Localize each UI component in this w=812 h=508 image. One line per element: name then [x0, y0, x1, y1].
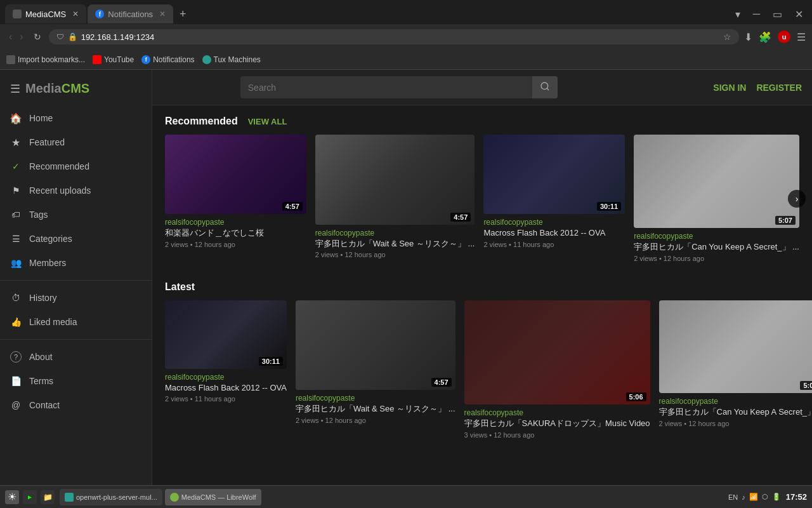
video-duration-1: 4:57 [282, 202, 303, 211]
register-button[interactable]: REGISTER [756, 83, 802, 93]
latest-video-duration-1: 30:11 [259, 357, 283, 366]
back-button[interactable]: ‹ [6, 30, 15, 44]
tab-notifications[interactable]: f Notifications ✕ [88, 4, 173, 23]
search-input[interactable] [240, 77, 532, 98]
latest-video-grid: 30:11 realsifocopypaste Macross Flash Ba… [165, 300, 799, 441]
recommended-view-all[interactable]: VIEW ALL [248, 117, 287, 126]
taskbar-battery-icon[interactable]: 🔋 [772, 493, 781, 501]
taskbar-right: EN ♪ 📶 ⬡ 🔋 17:52 [728, 492, 807, 502]
latest-video-2[interactable]: 4:57 realsifocopypaste 宇多田ヒカル「Wait & See… [296, 300, 455, 441]
taskbar-bluetooth-icon[interactable]: ⬡ [762, 493, 768, 501]
recommended-video-grid: 4:57 realsifocopypaste 和楽器バンド＿なでしこ桜 2 vi… [165, 135, 799, 264]
nav-right-buttons: ⬇ 🧩 u ☰ [744, 30, 806, 43]
taskbar-app-mediaCMS-label: MediaCMS — LibreWolf [181, 493, 256, 501]
recommended-slider-arrow[interactable]: › [788, 190, 806, 208]
menu-button[interactable]: ☰ [797, 31, 806, 43]
taskbar-app-openwrt[interactable]: openwrt-plus-server-mul... [60, 489, 162, 505]
sidebar-item-terms[interactable]: 📄 Terms [0, 369, 152, 393]
recommended-video-2[interactable]: 4:57 realsifocopypaste 宇多田ヒカル「Wait & See… [315, 135, 475, 264]
ublock-icon[interactable]: u [778, 30, 790, 43]
sidebar-item-recommended[interactable]: ✓ Recommended [0, 154, 152, 178]
contact-icon: @ [10, 399, 22, 411]
tab-mediaCMS[interactable]: MediaCMS ✕ [5, 4, 86, 23]
sidebar-item-members[interactable]: 👥 Members [0, 251, 152, 275]
tab-bar: MediaCMS ✕ f Notifications ✕ + ▾ ─ ▭ ✕ [0, 0, 812, 24]
latest-video-title-4: 宇多田ヒカル「Can You Keep A Secret_」 ... [659, 407, 812, 418]
sign-in-button[interactable]: SIGN IN [713, 83, 746, 93]
taskbar-clock: 17:52 [786, 492, 807, 502]
sidebar-item-history[interactable]: ⏱ History [0, 286, 152, 310]
categories-icon: ☰ [10, 233, 22, 244]
sidebar-item-recent-uploads-label: Recent uploads [29, 185, 91, 196]
video-meta-4: 2 views • 12 hours ago [634, 255, 799, 262]
sidebar-item-home[interactable]: 🏠 Home [0, 106, 152, 130]
sidebar-divider-1 [0, 280, 152, 281]
bookmark-notifications[interactable]: f Notifications [141, 55, 194, 64]
taskbar-lang[interactable]: EN [728, 493, 738, 501]
taskbar-start-button[interactable]: ☀ [5, 490, 19, 504]
close-button[interactable]: ✕ [791, 8, 807, 20]
sidebar-item-tags[interactable]: 🏷 Tags [0, 203, 152, 227]
video-title-4: 宇多田ヒカル「Can You Keep A Secret_」 ... [634, 242, 799, 253]
forward-button[interactable]: › [17, 30, 25, 44]
bookmark-youtube[interactable]: YouTube [93, 55, 134, 64]
taskbar-network-icon[interactable]: 📶 [749, 493, 758, 501]
tab-mediaCMS-label: MediaCMS [25, 10, 66, 19]
sidebar-item-featured-label: Featured [29, 137, 65, 147]
logo-cms: CMS [62, 81, 89, 95]
latest-video-thumb-4: 5:07 [659, 300, 812, 394]
refresh-button[interactable]: ↻ [31, 30, 44, 43]
terms-icon: 📄 [10, 375, 22, 387]
taskbar-volume-icon[interactable]: ♪ [742, 493, 745, 501]
sidebar-item-liked-media[interactable]: 👍 Liked media [0, 310, 152, 334]
sidebar-item-contact[interactable]: @ Contact [0, 393, 152, 417]
recommended-icon: ✓ [10, 161, 22, 172]
sidebar-item-about[interactable]: ? About [0, 345, 152, 369]
new-tab-button[interactable]: + [174, 8, 192, 21]
hamburger-icon[interactable]: ☰ [10, 82, 20, 96]
latest-video-meta-1: 2 views • 11 hours ago [165, 395, 287, 403]
tab-mediaCMS-close[interactable]: ✕ [72, 10, 79, 18]
bookmark-notifications-label: Notifications [153, 55, 194, 64]
sidebar-item-categories[interactable]: ☰ Categories [0, 227, 152, 251]
logo-media: Media [25, 81, 62, 95]
bookmark-star-icon[interactable]: ☆ [723, 32, 731, 42]
latest-title: Latest [165, 281, 195, 293]
maximize-button[interactable]: ▭ [769, 8, 786, 20]
latest-video-meta-2: 2 views • 12 hours ago [296, 417, 455, 424]
recommended-video-3[interactable]: 30:11 realsifocopypaste Macross Flash Ba… [483, 135, 625, 264]
sidebar-item-featured[interactable]: ★ Featured [0, 130, 152, 154]
latest-video-4[interactable]: 5:07 realsifocopypaste 宇多田ヒカル「Can You Ke… [659, 300, 812, 441]
search-button[interactable] [532, 76, 558, 98]
taskbar-app-openwrt-label: openwrt-plus-server-mul... [76, 493, 157, 501]
video-author-1: realsifocopypaste [165, 218, 306, 227]
latest-video-author-4: realsifocopypaste [659, 397, 812, 406]
download-button[interactable]: ⬇ [744, 31, 752, 43]
taskbar-app-mediaCMS[interactable]: MediaCMS — LibreWolf [165, 489, 261, 505]
tab-dropdown[interactable]: ▾ [731, 8, 744, 20]
main-area: SIGN IN REGISTER Recommended VIEW ALL 4:… [152, 70, 812, 485]
latest-video-3[interactable]: 5:06 realsifocopypaste 宇多田ヒカル「SAKURAドロップ… [464, 300, 650, 441]
video-thumb-2: 4:57 [315, 135, 475, 225]
latest-video-author-1: realsifocopypaste [165, 373, 287, 382]
bookmark-import[interactable]: Import bookmarks... [6, 55, 85, 64]
bookmark-tux[interactable]: Tux Machines [202, 55, 261, 64]
tab-notifications-close[interactable]: ✕ [159, 10, 166, 18]
latest-video-1[interactable]: 30:11 realsifocopypaste Macross Flash Ba… [165, 300, 287, 441]
taskbar-files-button[interactable]: 📁 [41, 490, 55, 504]
browser-chrome: MediaCMS ✕ f Notifications ✕ + ▾ ─ ▭ ✕ ‹… [0, 0, 812, 70]
search-bar [240, 76, 558, 98]
latest-video-author-2: realsifocopypaste [296, 394, 455, 403]
video-duration-3: 30:11 [597, 202, 621, 211]
taskbar-terminal-button[interactable]: ▶ [23, 490, 37, 504]
tux-icon [202, 55, 211, 64]
recommended-video-4[interactable]: 5:07 realsifocopypaste 宇多田ヒカル「Can You Ke… [634, 135, 799, 264]
latest-video-title-1: Macross Flash Back 2012 -- OVA [165, 383, 287, 394]
sidebar-item-recent-uploads[interactable]: ⚑ Recent uploads [0, 178, 152, 203]
address-bar[interactable]: 🛡 🔒 192.168.1.149:1234 ☆ [49, 29, 739, 44]
recommended-video-1[interactable]: 4:57 realsifocopypaste 和楽器バンド＿なでしこ桜 2 vi… [165, 135, 306, 264]
video-info-4: realsifocopypaste 宇多田ヒカル「Can You Keep A … [634, 228, 799, 264]
minimize-button[interactable]: ─ [749, 8, 764, 20]
members-icon: 👥 [10, 257, 22, 269]
extensions-button[interactable]: 🧩 [759, 31, 771, 43]
